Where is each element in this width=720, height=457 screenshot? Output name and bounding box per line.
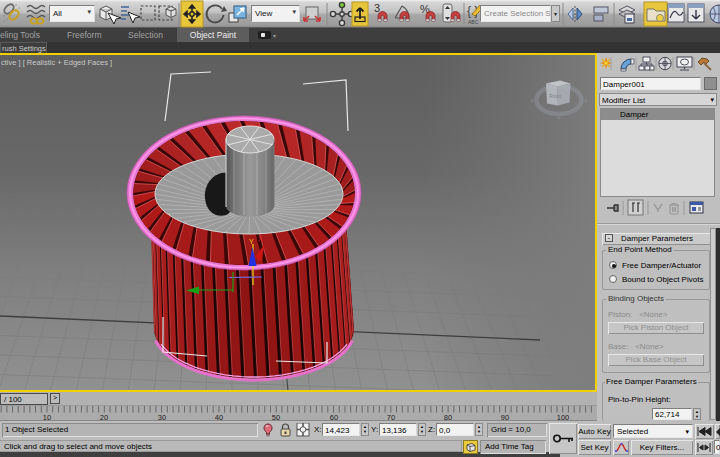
svg-text:70: 70 <box>387 413 395 421</box>
svg-text:80: 80 <box>444 413 452 421</box>
svg-text:90: 90 <box>501 413 509 421</box>
svg-text:60: 60 <box>330 413 338 421</box>
svg-text:30: 30 <box>158 413 166 421</box>
svg-text:50: 50 <box>272 413 280 421</box>
svg-text:Front: Front <box>550 93 562 99</box>
svg-text:100: 100 <box>557 413 570 421</box>
svg-text:X: X <box>258 235 263 242</box>
svg-text:20: 20 <box>100 413 108 421</box>
svg-text:Y: Y <box>249 238 254 245</box>
svg-text:40: 40 <box>215 413 223 421</box>
svg-text:3: 3 <box>374 2 380 14</box>
svg-text:10: 10 <box>43 413 51 421</box>
svg-text:ABC: ABC <box>468 19 479 25</box>
